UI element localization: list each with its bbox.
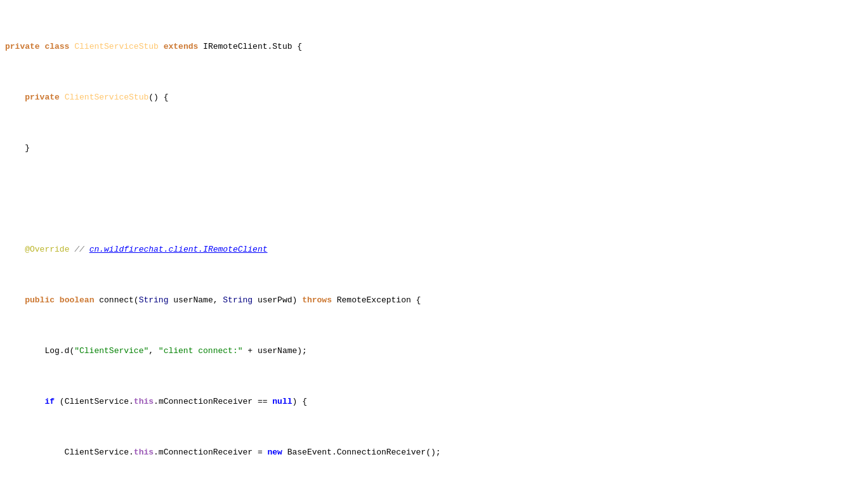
line-8: if (ClientService.this.mConnectionReceiv… (0, 396, 868, 408)
line-9: ClientService.this.mConnectionReceiver =… (0, 446, 868, 459)
line-5: @Override // cn.wildfirechat.client.IRem… (0, 243, 868, 256)
line-1: private class ClientServiceStub extends … (0, 41, 868, 53)
code-editor: private class ClientServiceStub extends … (0, 0, 868, 490)
line-4 (0, 193, 868, 205)
line-7: Log.d("ClientService", "client connect:"… (0, 345, 868, 358)
line-2: private ClientServiceStub() { (0, 91, 868, 104)
line-6: public boolean connect(String userName, … (0, 294, 868, 307)
line-3: } (0, 142, 868, 155)
